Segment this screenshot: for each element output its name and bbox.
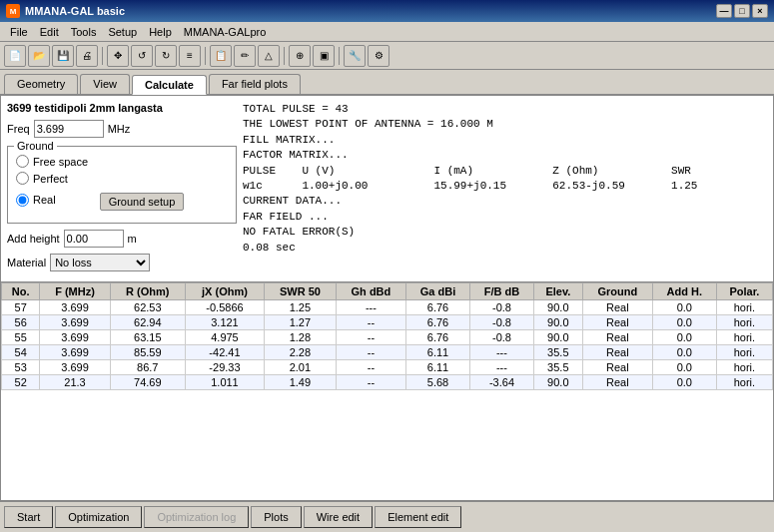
table-cell: 54 [2, 345, 40, 360]
minimize-button[interactable]: — [716, 4, 732, 18]
tab-view[interactable]: View [80, 74, 130, 94]
menu-setup[interactable]: Setup [102, 25, 143, 39]
table-cell: 3.121 [186, 315, 265, 330]
toolbar-list[interactable]: ≡ [179, 45, 201, 67]
optimization-log-button[interactable]: Optimization log [144, 506, 249, 528]
project-title: 3699 testidipoli 2mm langasta [7, 102, 237, 114]
table-cell: 3.699 [40, 330, 110, 345]
table-cell: Real [582, 330, 652, 345]
tab-geometry[interactable]: Geometry [4, 74, 78, 94]
toolbar-triangle[interactable]: △ [258, 45, 280, 67]
table-cell: -3.64 [469, 375, 533, 390]
toolbar-undo[interactable]: ↺ [131, 45, 153, 67]
radio-real-row: Real Ground setup [16, 189, 228, 211]
table-cell: hori. [716, 375, 772, 390]
col-header-gh: Gh dBd [336, 283, 405, 300]
table-cell: 0.0 [652, 345, 716, 360]
table-cell: Real [582, 345, 652, 360]
table-cell: -0.8 [469, 300, 533, 315]
col-header-ground: Ground [582, 283, 652, 300]
table-cell: 6.11 [405, 345, 469, 360]
toolbar-box[interactable]: ▣ [313, 45, 335, 67]
close-button[interactable]: × [752, 4, 768, 18]
table-cell: --- [469, 345, 533, 360]
tab-calculate[interactable]: Calculate [132, 75, 207, 95]
table-cell: 55 [2, 330, 40, 345]
table-cell: 0.0 [652, 360, 716, 375]
col-header-fb: F/B dB [469, 283, 533, 300]
wire-edit-button[interactable]: Wire edit [304, 506, 373, 528]
toolbar-open[interactable]: 📂 [28, 45, 50, 67]
table-row: 543.69985.59-42.412.28--6.11---35.5Real0… [2, 345, 773, 360]
radio-perfect[interactable] [16, 172, 29, 185]
start-button[interactable]: Start [4, 506, 53, 528]
toolbar-gear[interactable]: ⚙ [368, 45, 389, 67]
content-area: 3699 testidipoli 2mm langasta Freq MHz G… [1, 96, 773, 281]
table-cell: -0.8 [469, 315, 533, 330]
table-cell: Real [582, 360, 652, 375]
separator-4 [339, 47, 340, 65]
table-cell: 1.28 [264, 330, 336, 345]
element-edit-button[interactable]: Element edit [375, 506, 461, 528]
tab-far-field-plots[interactable]: Far field plots [209, 74, 301, 94]
window-controls[interactable]: — □ × [716, 4, 768, 18]
app-title: MMANA-GAL basic [25, 5, 125, 17]
freq-input[interactable] [34, 120, 104, 138]
left-panel: 3699 testidipoli 2mm langasta Freq MHz G… [7, 102, 237, 275]
material-label: Material [7, 257, 46, 268]
output-text: TOTAL PULSE = 43 THE LOWEST POINT OF ANT… [243, 102, 767, 256]
toolbar-circle[interactable]: ⊕ [289, 45, 311, 67]
plots-button[interactable]: Plots [251, 506, 301, 528]
table-cell: hori. [716, 315, 772, 330]
ground-legend: Ground [14, 140, 57, 152]
toolbar-save[interactable]: 💾 [52, 45, 74, 67]
radio-free-space[interactable] [16, 155, 29, 168]
optimization-button[interactable]: Optimization [55, 506, 142, 528]
table-cell: 90.0 [533, 375, 582, 390]
table-row: 533.69986.7-29.332.01--6.11---35.5Real0.… [2, 360, 773, 375]
toolbar-copy[interactable]: 📋 [210, 45, 232, 67]
app-icon: M [6, 4, 20, 18]
separator-2 [205, 47, 206, 65]
menu-tools[interactable]: Tools [65, 25, 103, 39]
table-cell: 3.699 [40, 360, 110, 375]
add-height-input[interactable] [64, 230, 124, 248]
table-cell: 6.76 [405, 300, 469, 315]
table-row: 553.69963.154.9751.28--6.76-0.890.0Real0… [2, 330, 773, 345]
table-cell: 63.15 [110, 330, 185, 345]
menu-help[interactable]: Help [143, 25, 178, 39]
radio-real-label: Real [33, 194, 56, 206]
table-cell: hori. [716, 300, 772, 315]
col-header-freq: F (MHz) [40, 283, 110, 300]
table-cell: 0.0 [652, 300, 716, 315]
radio-real[interactable] [16, 194, 29, 207]
toolbar-print[interactable]: 🖨 [76, 45, 98, 67]
table-cell: Real [582, 300, 652, 315]
separator-3 [284, 47, 285, 65]
table-cell: 3.699 [40, 315, 110, 330]
table-cell: 0.0 [652, 375, 716, 390]
table-cell: -- [336, 345, 405, 360]
data-table-container: No. F (MHz) R (Ohm) jX (Ohm) SWR 50 Gh d… [1, 281, 773, 461]
radio-free-space-row: Free space [16, 155, 228, 168]
menu-edit[interactable]: Edit [34, 25, 65, 39]
maximize-button[interactable]: □ [734, 4, 750, 18]
toolbar-redo[interactable]: ↻ [155, 45, 177, 67]
ground-setup-button[interactable]: Ground setup [100, 193, 185, 211]
material-select[interactable]: No loss Copper Aluminum [50, 254, 150, 271]
freq-row: Freq MHz [7, 120, 237, 138]
table-cell: 3.699 [40, 300, 110, 315]
toolbar-pencil[interactable]: ✏ [234, 45, 256, 67]
col-header-elev: Elev. [533, 283, 582, 300]
table-cell: 1.49 [264, 375, 336, 390]
menu-file[interactable]: File [4, 25, 34, 39]
menu-mmana-galpro[interactable]: MMANA-GALpro [178, 25, 273, 39]
table-cell: 1.011 [186, 375, 265, 390]
table-cell: -- [336, 360, 405, 375]
toolbar-move[interactable]: ✥ [107, 45, 129, 67]
table-cell: -42.41 [186, 345, 265, 360]
table-cell: 4.975 [186, 330, 265, 345]
toolbar-new[interactable]: 📄 [4, 45, 26, 67]
table-cell: 90.0 [533, 315, 582, 330]
toolbar-wrench[interactable]: 🔧 [344, 45, 366, 67]
